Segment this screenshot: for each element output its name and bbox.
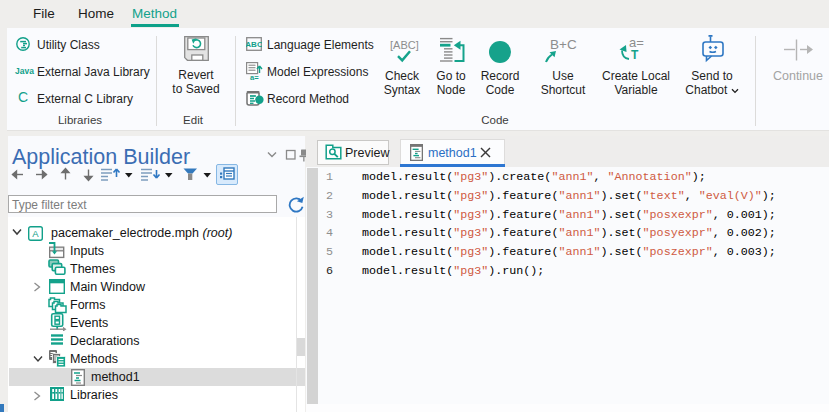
svg-text:ABC: ABC [246,40,262,49]
svg-text:A: A [32,228,39,239]
svg-text:a=: a= [250,73,259,81]
